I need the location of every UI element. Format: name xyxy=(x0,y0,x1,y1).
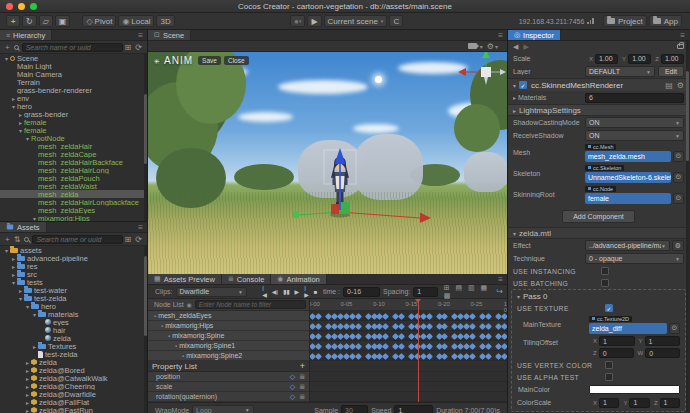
asset-node[interactable]: ▾hero xyxy=(0,302,147,310)
wrapmode-select[interactable]: Loop▼ xyxy=(192,405,254,413)
keyframe-icon[interactable] xyxy=(315,322,322,329)
exit-anim-icon[interactable]: ↪ xyxy=(496,287,503,296)
lock-icon[interactable] xyxy=(677,44,684,49)
layer-edit-button[interactable]: Edit xyxy=(658,66,684,77)
scale-x-input[interactable]: 1.00 xyxy=(595,54,618,64)
hierarchy-node[interactable]: mesh_zeldaHairLong xyxy=(0,166,147,174)
property-menu-icon[interactable]: ≣ xyxy=(299,393,305,401)
keyframe-icon[interactable] xyxy=(398,332,405,339)
rotate-tool-button[interactable]: ↻ xyxy=(22,15,37,27)
keyframe-diamond-icon[interactable]: ◇ xyxy=(290,393,295,401)
step-back-button[interactable]: ◀| xyxy=(269,288,280,295)
expand-icon[interactable]: ▸ xyxy=(24,383,31,390)
collapse-icon[interactable]: ▾ xyxy=(513,82,516,89)
asset-node[interactable]: ▾tests xyxy=(0,278,147,286)
collapse-icon[interactable]: ▾ xyxy=(17,127,24,134)
refresh-icon[interactable]: ⟳ xyxy=(135,43,142,52)
asset-node[interactable]: ▸zelda@FallFlat xyxy=(0,398,147,406)
component-header[interactable]: ▾ ✓ cc.SkinnedMeshRenderer ▤ ⚙ xyxy=(508,78,689,91)
scene-select[interactable]: Current scene▾ xyxy=(324,15,388,27)
color-scale-x-input[interactable]: 1 xyxy=(599,398,619,408)
sample-input[interactable]: 30 xyxy=(341,405,368,413)
gizmo-red-arrow[interactable] xyxy=(420,213,431,224)
clip-select[interactable]: DwarfIdle▼ xyxy=(176,287,247,297)
component-gear-icon[interactable]: ⚙ xyxy=(677,81,684,90)
asset-node[interactable]: test-zelda xyxy=(0,350,147,358)
tab-inspector[interactable]: ◎Inspector xyxy=(508,30,561,40)
chevron-down-icon[interactable]: ▾ xyxy=(480,43,483,50)
pivot-toggle[interactable]: ◇Pivot xyxy=(82,15,116,27)
asset-node[interactable]: ▸zelda@CatwalkWalk xyxy=(0,374,147,382)
nav-forward-icon[interactable]: ▶ xyxy=(523,43,528,51)
scale-z-input[interactable]: 1.00 xyxy=(661,54,684,64)
hierarchy-node[interactable]: ▸female xyxy=(0,118,147,126)
keyframe-icon[interactable] xyxy=(500,332,507,339)
hierarchy-node[interactable]: ▾female xyxy=(0,126,147,134)
keyframe-lane[interactable] xyxy=(310,321,507,331)
timeline-node-row[interactable]: ▪mixamorig:Hips xyxy=(148,321,309,331)
keyframe-icon[interactable] xyxy=(355,312,362,319)
timeline-node-row[interactable]: ▪mixamorig:Spine2 xyxy=(148,351,309,361)
keyframe-icon[interactable] xyxy=(469,352,476,359)
skip-start-button[interactable]: |◀ xyxy=(260,285,270,298)
property-keyframe-lane[interactable] xyxy=(310,392,507,402)
hierarchy-node[interactable]: ▸grass-bender xyxy=(0,110,147,118)
keyframe-icon[interactable] xyxy=(500,312,507,319)
step-forward-button[interactable]: |▶ xyxy=(302,285,312,298)
scale-tool-button[interactable]: ▱ xyxy=(39,15,53,27)
effect-select[interactable]: ../advanced-pipeline/materials/builtin▼ xyxy=(585,240,670,251)
keyframe-icon[interactable] xyxy=(382,342,389,349)
asset-node[interactable]: ▾assets xyxy=(0,246,147,254)
skinning-root-ref-field[interactable]: female xyxy=(585,193,671,204)
materials-count-input[interactable]: 6 xyxy=(585,93,684,103)
expand-all-icon[interactable]: ⊞ xyxy=(125,235,132,244)
pass0-header[interactable]: ▾Pass 0 xyxy=(512,290,685,302)
assets-search-input[interactable]: Search name or uuid xyxy=(32,235,122,244)
collapse-icon[interactable]: ▾ xyxy=(24,135,31,142)
asset-node[interactable]: ▸zelda@Bored xyxy=(0,366,147,374)
picker-icon[interactable]: ⊙ xyxy=(673,193,684,204)
scale-y-input[interactable]: 1.00 xyxy=(628,54,651,64)
hierarchy-node[interactable]: ▾RootNode xyxy=(0,134,147,142)
layer-select[interactable]: DEFAULT▼ xyxy=(585,66,655,77)
open-project-button[interactable]: Project xyxy=(603,15,647,27)
timeline-node-row[interactable]: ▪mixamorig:Spine1 xyxy=(148,341,309,351)
hierarchy-node[interactable]: mesh_zeldaPouch xyxy=(0,174,147,182)
property-menu-icon[interactable]: ≣ xyxy=(299,373,305,381)
local-toggle[interactable]: ◉Local xyxy=(118,15,154,27)
keyframe-icon[interactable] xyxy=(315,332,322,339)
orientation-gizmo[interactable] xyxy=(458,52,506,85)
timeline[interactable]: 0-000-050-100-150-200-251-00 xyxy=(310,299,507,402)
inspector-scrollbar[interactable] xyxy=(686,41,689,413)
gizmo-settings-icon[interactable]: ⚙ xyxy=(487,42,494,51)
lightmap-settings-bar[interactable]: ▸LightmapSettings xyxy=(508,104,689,116)
keyframe-icon[interactable] xyxy=(469,322,476,329)
assets-menu-icon[interactable]: ≡ xyxy=(134,222,147,232)
collapse-icon[interactable]: ▾ xyxy=(10,103,17,110)
hierarchy-node[interactable]: mesh_zeldaHair xyxy=(0,142,147,150)
hierarchy-node[interactable]: mesh_zeldaEyes xyxy=(0,206,147,214)
asset-node[interactable]: ▸res xyxy=(0,262,147,270)
play-button[interactable]: ▶ xyxy=(307,15,321,27)
pause-button[interactable]: ▮▮ xyxy=(280,288,292,295)
asset-node[interactable]: ▸test-water xyxy=(0,286,147,294)
color-scale-z-input[interactable]: 1 xyxy=(660,398,680,408)
keyframe-icon[interactable] xyxy=(469,312,476,319)
3d-toggle[interactable]: 3D xyxy=(156,15,174,27)
create-asset-button[interactable]: + xyxy=(5,235,10,244)
anim-save-button[interactable]: Save xyxy=(198,56,221,65)
asset-node[interactable]: ▾materials xyxy=(0,310,147,318)
asset-node[interactable]: ▸Textures xyxy=(0,342,147,350)
expand-icon[interactable]: ▸ xyxy=(10,263,17,270)
node-list-options-icon[interactable]: ◉ xyxy=(187,301,192,308)
spacing-input[interactable]: 1 xyxy=(413,287,437,297)
collapse-icon[interactable]: ▾ xyxy=(31,215,38,222)
shadow-casting-select[interactable]: ON▼ xyxy=(585,117,684,128)
mesh-ref-field[interactable]: mesh_zelda.mesh xyxy=(585,151,671,162)
collapse-icon[interactable]: ▾ xyxy=(31,311,38,318)
hierarchy-node[interactable]: Main Light xyxy=(0,62,147,70)
collapse-icon[interactable]: ▾ xyxy=(24,303,31,310)
keyframe-icon[interactable] xyxy=(355,352,362,359)
color-scale-y-input[interactable]: 1 xyxy=(629,398,649,408)
play-button[interactable]: ▶ xyxy=(292,288,302,295)
